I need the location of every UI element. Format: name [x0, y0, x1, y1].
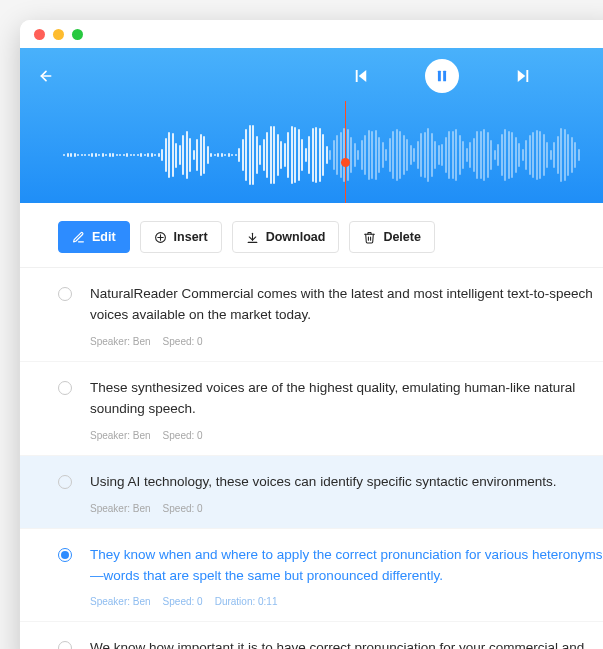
waveform-bar [119, 154, 121, 156]
segment-row[interactable]: Using AI technology, these voices can id… [20, 456, 603, 529]
waveform-bar [319, 128, 321, 183]
waveform-bar [256, 136, 258, 173]
waveform-bar [102, 153, 104, 157]
waveform-bar [144, 154, 146, 156]
window-minimize-button[interactable] [53, 29, 64, 40]
waveform-bar [560, 128, 562, 182]
segment-radio[interactable] [58, 475, 72, 489]
waveform-bar [336, 135, 338, 175]
segment-row[interactable]: These synthesized voices are of the high… [20, 362, 603, 456]
waveform-bar [252, 125, 254, 184]
segment-duration: Duration: 0:11 [215, 596, 278, 607]
waveform-bar [63, 154, 65, 156]
waveform-bar [483, 129, 485, 182]
waveform-bar [158, 153, 160, 156]
waveform-bar [497, 144, 499, 166]
segment-row[interactable]: NaturalReader Commercial comes with the … [20, 268, 603, 362]
waveform-bar [207, 146, 209, 164]
waveform-bar [130, 154, 132, 156]
segment-radio[interactable] [58, 641, 72, 649]
waveform-bar [105, 154, 107, 157]
waveform-bar [525, 140, 527, 170]
segment-row[interactable]: We know how important it is to have corr… [20, 622, 603, 649]
waveform-bar [196, 139, 198, 171]
waveform-bar [186, 131, 188, 179]
window-titlebar [20, 20, 603, 48]
waveform-bar [133, 154, 135, 157]
waveform-bar [403, 135, 405, 176]
waveform-bar [490, 140, 492, 169]
segment-speed: Speed: 0 [163, 430, 203, 441]
segment-radio[interactable] [58, 548, 72, 562]
waveform-bar [151, 153, 153, 157]
waveform-bar [221, 153, 223, 157]
waveform-bar [193, 150, 195, 160]
waveform-bar [553, 142, 555, 167]
waveform-bar [77, 154, 79, 157]
waveform-bar [88, 154, 90, 156]
waveform-bar [378, 137, 380, 173]
segment-radio[interactable] [58, 381, 72, 395]
waveform-bar [315, 127, 317, 183]
insert-button[interactable]: Insert [140, 221, 222, 253]
waveform-bar [368, 130, 370, 180]
waveform-bar [175, 143, 177, 168]
pause-button[interactable] [425, 59, 459, 93]
waveform-bar [245, 129, 247, 181]
waveform-bar [322, 134, 324, 175]
waveform-bar [140, 153, 142, 157]
plus-circle-icon [154, 231, 167, 244]
waveform-bar [466, 148, 468, 161]
svg-marker-5 [517, 70, 525, 82]
segment-speaker: Speaker: Ben [90, 503, 151, 514]
playhead-handle[interactable] [341, 158, 350, 167]
waveform-bar [70, 153, 72, 157]
waveform-bar [536, 130, 538, 179]
waveform-bar [529, 135, 531, 176]
delete-button-label: Delete [383, 230, 421, 244]
waveform-bar [564, 129, 566, 182]
waveform-bar [522, 149, 524, 161]
app-window: Edit Insert Download Delete NaturalReade… [20, 20, 603, 649]
segment-speaker: Speaker: Ben [90, 336, 151, 347]
segment-speaker: Speaker: Ben [90, 596, 151, 607]
segment-text: NaturalReader Commercial comes with the … [90, 284, 603, 326]
player-controls [20, 48, 603, 104]
insert-button-label: Insert [174, 230, 208, 244]
segment-speed: Speed: 0 [163, 503, 203, 514]
window-zoom-button[interactable] [72, 29, 83, 40]
waveform-bar [382, 142, 384, 169]
waveform-bar [280, 141, 282, 169]
waveform-bar [238, 148, 240, 162]
waveform-bar [515, 137, 517, 172]
segment-row[interactable]: They know when and where to apply the co… [20, 529, 603, 623]
waveform-bar [154, 154, 156, 156]
next-track-button[interactable] [514, 67, 532, 85]
waveform-bar [224, 154, 226, 157]
download-button-label: Download [266, 230, 326, 244]
waveform-bar [147, 153, 149, 157]
waveform-bar [508, 131, 510, 179]
window-close-button[interactable] [34, 29, 45, 40]
waveform-bar [74, 153, 76, 157]
waveform-bar [557, 136, 559, 173]
back-button[interactable] [38, 68, 54, 84]
waveform-bar [417, 141, 419, 169]
segment-text: These synthesized voices are of the high… [90, 378, 603, 420]
segment-radio[interactable] [58, 287, 72, 301]
waveform-bar [263, 139, 265, 170]
edit-button[interactable]: Edit [58, 221, 130, 253]
audio-waveform[interactable] [20, 115, 603, 195]
waveform-bar [214, 154, 216, 156]
segment-meta: Speaker: BenSpeed: 0Duration: 0:11 [90, 596, 603, 607]
waveform-bar [357, 150, 359, 160]
waveform-bar [462, 141, 464, 168]
waveform-bar [231, 154, 233, 156]
waveform-bar [329, 150, 331, 161]
skip-previous-icon [352, 67, 370, 85]
previous-track-button[interactable] [352, 67, 370, 85]
delete-button[interactable]: Delete [349, 221, 435, 253]
download-button[interactable]: Download [232, 221, 340, 253]
waveform-bar [287, 132, 289, 177]
waveform-bar [109, 153, 111, 157]
